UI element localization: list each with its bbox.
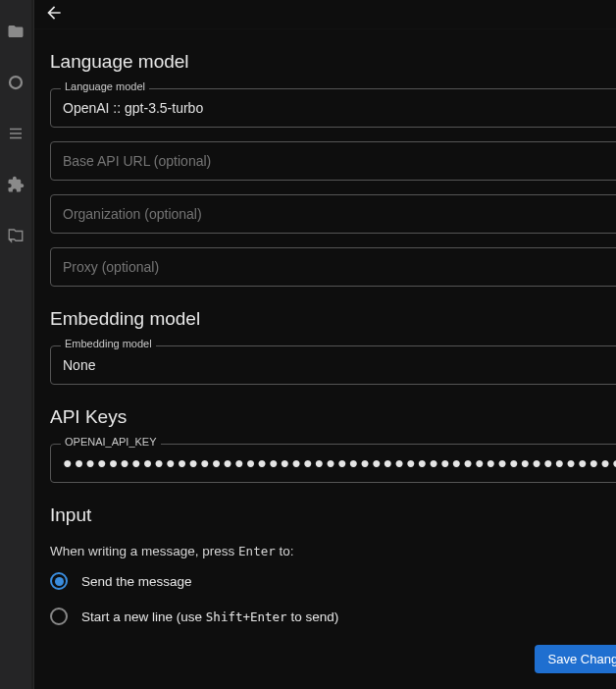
masked-value: ●●●●●●●●●●●●●●●●●●●●●●●●●●●●●●●●●●●●●●●●…	[63, 454, 616, 472]
sidebar-item-chat[interactable]	[0, 220, 31, 251]
radio-label: Send the message	[81, 574, 192, 589]
topbar	[34, 0, 616, 29]
svg-point-0	[10, 77, 22, 88]
organization-input[interactable]	[50, 194, 616, 234]
sidebar-item-folder[interactable]	[0, 16, 31, 47]
activity-bar	[0, 0, 31, 689]
radio-send-message[interactable]: Send the message	[50, 572, 616, 590]
chat-icon	[7, 227, 25, 244]
organization-field[interactable]	[63, 206, 616, 222]
language-model-select[interactable]: Language model OpenAI :: gpt-3.5-turbo ▼	[50, 88, 616, 128]
puzzle-icon	[7, 176, 25, 193]
section-title-language-model: Language model	[50, 51, 616, 73]
base-api-url-input[interactable]	[50, 141, 616, 181]
select-value: None	[63, 357, 616, 373]
sidebar-item-extensions[interactable]	[0, 169, 31, 200]
arrow-left-icon	[44, 3, 64, 23]
sidebar-item-circle[interactable]	[0, 67, 31, 98]
field-label: OPENAI_API_KEY	[61, 437, 161, 448]
sidebar-item-list[interactable]	[0, 118, 31, 149]
base-api-url-field[interactable]	[63, 153, 616, 169]
back-button[interactable]	[44, 3, 64, 26]
circle-icon	[7, 74, 25, 91]
radio-icon-unselected	[50, 608, 68, 625]
section-title-input: Input	[50, 504, 616, 526]
settings-content: Language model Language model OpenAI :: …	[34, 29, 616, 689]
input-hint: When writing a message, press Enter to:	[50, 544, 616, 558]
section-title-embedding-model: Embedding model	[50, 308, 616, 330]
embedding-model-select[interactable]: Embedding model None ▼	[50, 345, 616, 385]
section-title-api-keys: API Keys	[50, 406, 616, 428]
select-value: OpenAI :: gpt-3.5-turbo	[63, 100, 616, 116]
list-icon	[7, 125, 25, 142]
settings-panel: Language model Language model OpenAI :: …	[33, 0, 616, 689]
field-label: Language model	[61, 81, 149, 92]
key-enter: Enter	[238, 544, 276, 558]
openai-api-key-input[interactable]: OPENAI_API_KEY ●●●●●●●●●●●●●●●●●●●●●●●●●…	[50, 444, 616, 483]
proxy-input[interactable]	[50, 247, 616, 287]
radio-new-line[interactable]: Start a new line (use Shift+Enter to sen…	[50, 608, 616, 625]
field-label: Embedding model	[61, 339, 156, 349]
save-changes-button[interactable]: Save Changes	[535, 645, 616, 673]
key-shift-enter: Shift+Enter	[206, 610, 287, 624]
folder-icon	[7, 23, 25, 40]
proxy-field[interactable]	[63, 259, 616, 275]
radio-icon-selected	[50, 572, 68, 590]
radio-label: Start a new line (use Shift+Enter to sen…	[81, 610, 338, 624]
